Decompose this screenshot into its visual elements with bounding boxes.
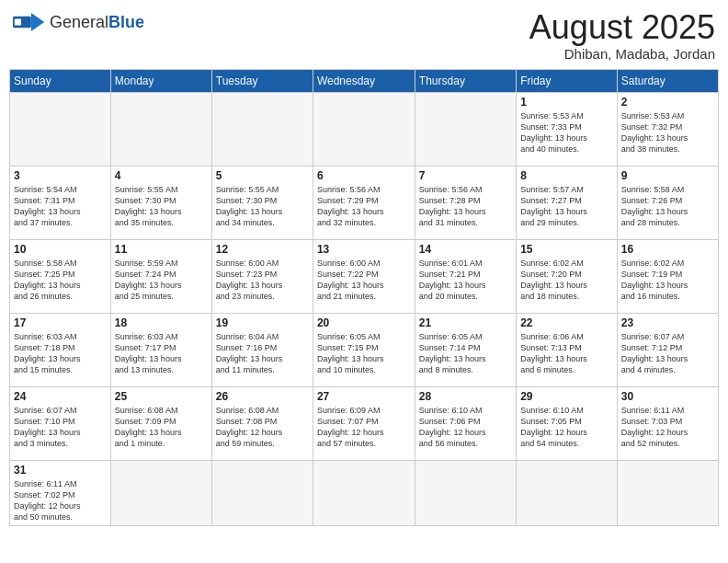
day-info: Sunrise: 6:03 AM Sunset: 7:18 PM Dayligh…	[14, 331, 107, 376]
day-number: 28	[419, 390, 512, 403]
calendar-cell: 23Sunrise: 6:07 AM Sunset: 7:12 PM Dayli…	[617, 313, 718, 386]
calendar-cell: 31Sunrise: 6:11 AM Sunset: 7:02 PM Dayli…	[10, 460, 111, 526]
calendar-week-row: 17Sunrise: 6:03 AM Sunset: 7:18 PM Dayli…	[10, 313, 719, 386]
calendar-cell: 24Sunrise: 6:07 AM Sunset: 7:10 PM Dayli…	[10, 386, 111, 460]
day-number: 13	[317, 243, 411, 256]
day-info: Sunrise: 6:07 AM Sunset: 7:12 PM Dayligh…	[621, 331, 714, 376]
calendar-cell	[110, 460, 211, 526]
calendar-subtitle: Dhiban, Madaba, Jordan	[529, 46, 715, 62]
day-number: 3	[14, 169, 107, 182]
day-number: 1	[520, 96, 613, 109]
calendar-week-row: 1Sunrise: 5:53 AM Sunset: 7:33 PM Daylig…	[10, 92, 719, 166]
day-info: Sunrise: 5:57 AM Sunset: 7:27 PM Dayligh…	[520, 184, 613, 229]
calendar-cell	[517, 460, 618, 526]
day-number: 22	[520, 316, 613, 329]
calendar-cell: 25Sunrise: 6:08 AM Sunset: 7:09 PM Dayli…	[110, 386, 211, 460]
calendar-cell	[211, 460, 313, 526]
day-info: Sunrise: 6:06 AM Sunset: 7:13 PM Dayligh…	[520, 331, 613, 376]
day-number: 2	[621, 96, 714, 109]
calendar-cell: 15Sunrise: 6:02 AM Sunset: 7:20 PM Dayli…	[517, 239, 618, 313]
calendar-cell: 3Sunrise: 5:54 AM Sunset: 7:31 PM Daylig…	[10, 166, 111, 239]
day-info: Sunrise: 6:00 AM Sunset: 7:23 PM Dayligh…	[216, 258, 309, 303]
calendar-cell	[10, 92, 111, 166]
calendar-cell: 27Sunrise: 6:09 AM Sunset: 7:07 PM Dayli…	[313, 386, 415, 460]
day-info: Sunrise: 5:58 AM Sunset: 7:26 PM Dayligh…	[621, 184, 714, 229]
calendar-cell: 28Sunrise: 6:10 AM Sunset: 7:06 PM Dayli…	[415, 386, 516, 460]
logo-text: GeneralBlue	[50, 13, 144, 32]
day-info: Sunrise: 6:04 AM Sunset: 7:16 PM Dayligh…	[216, 331, 309, 376]
calendar-cell: 17Sunrise: 6:03 AM Sunset: 7:18 PM Dayli…	[10, 313, 111, 386]
weekday-header-friday: Friday	[517, 69, 618, 92]
calendar-cell: 26Sunrise: 6:08 AM Sunset: 7:08 PM Dayli…	[211, 386, 313, 460]
calendar-cell: 12Sunrise: 6:00 AM Sunset: 7:23 PM Dayli…	[211, 239, 313, 313]
day-info: Sunrise: 6:01 AM Sunset: 7:21 PM Dayligh…	[419, 258, 512, 303]
weekday-header-row: SundayMondayTuesdayWednesdayThursdayFrid…	[10, 69, 719, 92]
calendar-cell	[211, 92, 313, 166]
calendar-cell: 18Sunrise: 6:03 AM Sunset: 7:17 PM Dayli…	[110, 313, 211, 386]
calendar-cell: 5Sunrise: 5:55 AM Sunset: 7:30 PM Daylig…	[211, 166, 313, 239]
svg-marker-1	[31, 13, 44, 31]
day-info: Sunrise: 6:09 AM Sunset: 7:07 PM Dayligh…	[317, 405, 411, 450]
day-number: 17	[14, 316, 107, 329]
calendar-cell: 14Sunrise: 6:01 AM Sunset: 7:21 PM Dayli…	[415, 239, 516, 313]
page: GeneralBlue August 2025 Dhiban, Madaba, …	[0, 0, 728, 563]
day-number: 21	[419, 316, 512, 329]
day-info: Sunrise: 6:08 AM Sunset: 7:09 PM Dayligh…	[115, 405, 208, 450]
weekday-header-sunday: Sunday	[10, 69, 111, 92]
calendar-cell: 19Sunrise: 6:04 AM Sunset: 7:16 PM Dayli…	[211, 313, 313, 386]
weekday-header-tuesday: Tuesday	[211, 69, 313, 92]
weekday-header-thursday: Thursday	[415, 69, 516, 92]
day-number: 15	[520, 243, 613, 256]
day-info: Sunrise: 5:58 AM Sunset: 7:25 PM Dayligh…	[14, 258, 107, 303]
day-number: 26	[216, 390, 309, 403]
calendar-cell	[617, 460, 718, 526]
day-number: 7	[419, 169, 512, 182]
calendar-week-row: 31Sunrise: 6:11 AM Sunset: 7:02 PM Dayli…	[10, 460, 719, 526]
day-info: Sunrise: 6:11 AM Sunset: 7:02 PM Dayligh…	[14, 478, 107, 523]
day-info: Sunrise: 5:59 AM Sunset: 7:24 PM Dayligh…	[115, 258, 208, 303]
day-info: Sunrise: 6:07 AM Sunset: 7:10 PM Dayligh…	[14, 405, 107, 450]
day-info: Sunrise: 6:05 AM Sunset: 7:14 PM Dayligh…	[419, 331, 512, 376]
day-info: Sunrise: 6:02 AM Sunset: 7:20 PM Dayligh…	[520, 258, 613, 303]
weekday-header-saturday: Saturday	[617, 69, 718, 92]
day-info: Sunrise: 5:53 AM Sunset: 7:32 PM Dayligh…	[621, 110, 714, 155]
calendar-title: August 2025	[529, 9, 715, 46]
calendar-cell: 20Sunrise: 6:05 AM Sunset: 7:15 PM Dayli…	[313, 313, 415, 386]
calendar-cell: 21Sunrise: 6:05 AM Sunset: 7:14 PM Dayli…	[415, 313, 516, 386]
day-number: 14	[419, 243, 512, 256]
calendar-cell: 11Sunrise: 5:59 AM Sunset: 7:24 PM Dayli…	[110, 239, 211, 313]
calendar-cell: 29Sunrise: 6:10 AM Sunset: 7:05 PM Dayli…	[517, 386, 618, 460]
logo: GeneralBlue	[13, 9, 144, 35]
day-number: 29	[520, 390, 613, 403]
day-info: Sunrise: 6:03 AM Sunset: 7:17 PM Dayligh…	[115, 331, 208, 376]
day-number: 8	[520, 169, 613, 182]
calendar-cell	[415, 92, 516, 166]
day-info: Sunrise: 5:55 AM Sunset: 7:30 PM Dayligh…	[115, 184, 208, 229]
calendar-cell: 4Sunrise: 5:55 AM Sunset: 7:30 PM Daylig…	[110, 166, 211, 239]
day-number: 12	[216, 243, 309, 256]
day-info: Sunrise: 6:00 AM Sunset: 7:22 PM Dayligh…	[317, 258, 411, 303]
calendar-cell: 16Sunrise: 6:02 AM Sunset: 7:19 PM Dayli…	[617, 239, 718, 313]
day-info: Sunrise: 5:56 AM Sunset: 7:28 PM Dayligh…	[419, 184, 512, 229]
calendar-cell	[313, 92, 415, 166]
day-info: Sunrise: 6:08 AM Sunset: 7:08 PM Dayligh…	[216, 405, 309, 450]
calendar-cell: 10Sunrise: 5:58 AM Sunset: 7:25 PM Dayli…	[10, 239, 111, 313]
logo-icon	[13, 9, 46, 35]
calendar-week-row: 3Sunrise: 5:54 AM Sunset: 7:31 PM Daylig…	[10, 166, 719, 239]
title-block: August 2025 Dhiban, Madaba, Jordan	[529, 9, 715, 62]
day-info: Sunrise: 5:54 AM Sunset: 7:31 PM Dayligh…	[14, 184, 107, 229]
day-number: 4	[115, 169, 208, 182]
calendar-cell	[415, 460, 516, 526]
calendar-cell: 8Sunrise: 5:57 AM Sunset: 7:27 PM Daylig…	[517, 166, 618, 239]
day-info: Sunrise: 6:10 AM Sunset: 7:05 PM Dayligh…	[520, 405, 613, 450]
day-info: Sunrise: 5:56 AM Sunset: 7:29 PM Dayligh…	[317, 184, 411, 229]
day-number: 5	[216, 169, 309, 182]
day-number: 24	[14, 390, 107, 403]
calendar-cell: 13Sunrise: 6:00 AM Sunset: 7:22 PM Dayli…	[313, 239, 415, 313]
calendar-week-row: 10Sunrise: 5:58 AM Sunset: 7:25 PM Dayli…	[10, 239, 719, 313]
calendar-cell	[110, 92, 211, 166]
day-info: Sunrise: 6:05 AM Sunset: 7:15 PM Dayligh…	[317, 331, 411, 376]
day-number: 10	[14, 243, 107, 256]
calendar-week-row: 24Sunrise: 6:07 AM Sunset: 7:10 PM Dayli…	[10, 386, 719, 460]
day-number: 27	[317, 390, 411, 403]
